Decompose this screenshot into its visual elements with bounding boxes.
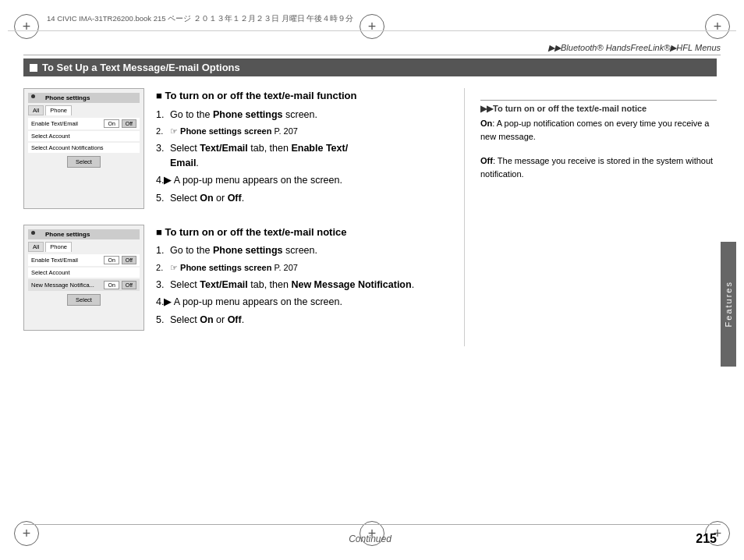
ref-icon-1: ☞: [170, 126, 178, 136]
ps2-title: Phone settings: [28, 229, 140, 239]
instr2-arrow: ▶ A pop-up menu appears on the screen.: [156, 296, 342, 307]
instr2-steps: Go to the Phone settings screen. ☞ Phone…: [156, 243, 456, 328]
ps2-dot: [31, 231, 35, 235]
note-box: ▶▶To turn on or off the text/e-mail noti…: [480, 100, 717, 180]
note-off-text: Off: The message you receive is stored i…: [480, 154, 717, 180]
ref-icon-2: ☞: [170, 263, 178, 272]
ps2-row-3-label: New Message Notifica...: [31, 282, 94, 289]
ps2-row-2-label: Select Account: [31, 269, 70, 276]
instr1-step2: Select Text/Email tab, then Enable Text/…: [156, 141, 456, 171]
ps1-tabs: All Phone: [28, 105, 140, 115]
instr1-bold3a: On: [200, 193, 213, 204]
ps1-title: Phone settings: [28, 93, 140, 103]
ps2-off-btn[interactable]: Off: [122, 256, 136, 264]
instr2-step2b: ▶ A pop-up menu appears on the screen.: [156, 295, 456, 310]
ps1-row-3-label: Select Account Notifications: [31, 144, 104, 151]
instr2-bold1: Phone settings: [213, 245, 283, 256]
instr1-steps: Go to the Phone settings screen. ☞ Phone…: [156, 108, 456, 206]
ps1-select-btn[interactable]: Select: [67, 156, 101, 168]
ps1-select-area: Select: [28, 156, 140, 168]
note-off-desc: : The message you receive is stored in t…: [480, 156, 713, 179]
ps1-row-1-label: Enable Text/Email: [31, 120, 78, 127]
ps2-tab-phone[interactable]: Phone: [45, 242, 72, 252]
top-bar-text: 14 CIVIC IMA-31TR26200.book 215 ページ ２０１３…: [47, 14, 353, 24]
phone-screen-1: Phone settings All Phone Enable Text/Ema…: [23, 88, 144, 209]
instr2-step3: Select On or Off.: [156, 313, 456, 328]
instr1-step3: Select On or Off.: [156, 191, 456, 206]
instr2-bold3b: Off: [228, 314, 242, 325]
top-rule: [23, 55, 721, 55]
ps1-off-btn[interactable]: Off: [122, 119, 136, 128]
ps1-row-3: Select Account Notifications: [28, 143, 140, 153]
ps1-dot: [31, 94, 35, 98]
ps2-row-3: New Message Notifica... On Off: [28, 279, 140, 291]
instructions-2: ■ To turn on or off the text/e-mail noti…: [156, 225, 456, 331]
instr2-step2: Select Text/Email tab, then New Message …: [156, 278, 456, 292]
main-content: To Set Up a Text Message/E-mail Options …: [23, 58, 717, 521]
instr2-ref-bold: Phone settings screen: [180, 263, 271, 272]
right-panel: ▶▶To turn on or off the text/e-mail noti…: [464, 88, 717, 346]
bottom-rule: [23, 524, 721, 525]
instr1-bold3b: Off: [228, 193, 242, 204]
section-icon: [30, 64, 37, 72]
sub-section-2: Phone settings All Phone Enable Text/Ema…: [23, 225, 456, 331]
instr2-title: ■ To turn on or off the text/e-mail noti…: [156, 225, 456, 240]
ps1-row-2-label: Select Account: [31, 133, 70, 140]
instr2-bold2a: Text/Email: [200, 279, 248, 290]
page-number: 215: [696, 532, 717, 546]
instr1-arrow: ▶ A pop-up menu appears on the screen.: [156, 175, 342, 186]
ps1-row-1: Enable Text/Email On Off: [28, 118, 140, 129]
content-area: Phone settings All Phone Enable Text/Ema…: [23, 88, 717, 346]
ps1-title-text: Phone settings: [45, 94, 90, 101]
ps2-row-1-btn: On Off: [104, 256, 136, 264]
continued-text: Continued: [349, 533, 391, 544]
instr1-bold2b: Enable Text/Email: [170, 143, 348, 168]
ps2-on-btn2[interactable]: On: [104, 281, 119, 289]
ps1-tab-all[interactable]: All: [28, 105, 44, 115]
note-off-label: Off: [480, 156, 493, 165]
ps1-row-2: Select Account: [28, 131, 140, 141]
ps2-tab-all[interactable]: All: [28, 242, 44, 252]
instructions-1: ■ To turn on or off the text/e-mail func…: [156, 88, 456, 209]
top-bar: 14 CIVIC IMA-31TR26200.book 215 ページ ２０１３…: [8, 8, 736, 31]
note-on-text: On: A pop-up notification comes on every…: [480, 117, 717, 143]
ps2-select-btn[interactable]: Select: [67, 294, 101, 306]
breadcrumb-text: ▶▶Bluetooth® HandsFreeLink®▶HFL Menus: [548, 43, 721, 52]
footer: Continued 215: [23, 533, 717, 544]
instr2-bold2b: New Message Notification: [291, 279, 411, 290]
ps2-select-area: Select: [28, 294, 140, 306]
instr2-bold3a: On: [200, 314, 213, 325]
instr1-ref-bold: Phone settings screen: [180, 126, 271, 136]
ps2-off-btn2[interactable]: Off: [122, 281, 136, 289]
instr1-bold1: Phone settings: [213, 109, 283, 120]
instr2-step1b: ☞ Phone settings screen P. 207: [156, 261, 456, 275]
sidebar-tab: Features: [721, 242, 736, 367]
section-title: To Set Up a Text Message/E-mail Options: [42, 62, 240, 73]
ps1-on-btn[interactable]: On: [104, 119, 119, 128]
ps1-row-1-btn: On Off: [104, 119, 136, 128]
ps2-row-2: Select Account: [28, 268, 140, 278]
instr1-step2b: ▶ A pop-up menu appears on the screen.: [156, 173, 456, 188]
instr1-step1b: ☞ Phone settings screen P. 207: [156, 125, 456, 138]
instr1-title: ■ To turn on or off the text/e-mail func…: [156, 88, 456, 104]
sub-section-1: Phone settings All Phone Enable Text/Ema…: [23, 88, 456, 209]
note-title: ▶▶To turn on or off the text/e-mail noti…: [480, 100, 717, 114]
ps2-row-3-btn: On Off: [104, 281, 136, 289]
ps2-row-1: Enable Text/Email On Off: [28, 254, 140, 266]
sidebar-label: Features: [724, 281, 733, 327]
ps1-tab-phone[interactable]: Phone: [45, 105, 72, 115]
ps2-on-btn[interactable]: On: [104, 256, 119, 264]
section-header: To Set Up a Text Message/E-mail Options: [23, 58, 717, 76]
ps2-row-1-label: Enable Text/Email: [31, 257, 78, 264]
instr1-bold2a: Text/Email: [200, 143, 248, 154]
instr2-step1: Go to the Phone settings screen.: [156, 243, 456, 258]
note-on-label: On: [480, 119, 492, 128]
ps2-tabs: All Phone: [28, 242, 140, 252]
ps2-title-text: Phone settings: [45, 231, 90, 238]
phone-screen-2: Phone settings All Phone Enable Text/Ema…: [23, 225, 144, 331]
breadcrumb: ▶▶Bluetooth® HandsFreeLink®▶HFL Menus: [548, 43, 721, 53]
left-panel: Phone settings All Phone Enable Text/Ema…: [23, 88, 456, 346]
note-on-desc: : A pop-up notification comes on every t…: [480, 119, 710, 141]
instr1-step1: Go to the Phone settings screen.: [156, 108, 456, 122]
